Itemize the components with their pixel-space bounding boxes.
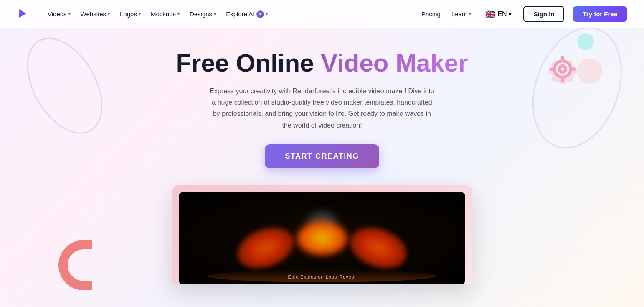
sign-in-button[interactable]: Sign In xyxy=(523,6,564,22)
svg-point-2 xyxy=(559,65,566,73)
nav-item-logos[interactable]: Logos ▾ xyxy=(116,7,145,21)
ai-badge-icon: ✦ xyxy=(256,10,264,18)
flag-icon: 🇬🇧 xyxy=(485,9,496,19)
svg-rect-3 xyxy=(561,56,564,61)
video-preview: Epic Explosion Logo Reveal xyxy=(179,192,465,284)
laptop-frame: Epic Explosion Logo Reveal xyxy=(172,185,472,284)
nav-right-links: Pricing Learn ▾ xyxy=(421,9,474,19)
gear-icon xyxy=(548,54,577,84)
nav-learn[interactable]: Learn ▾ xyxy=(449,9,474,19)
chevron-down-icon: ▾ xyxy=(214,12,216,16)
nav-item-designs[interactable]: Designs ▾ xyxy=(185,7,220,21)
nav-pricing[interactable]: Pricing xyxy=(421,10,441,18)
svg-rect-6 xyxy=(570,68,576,71)
nav-item-videos[interactable]: Videos ▾ xyxy=(43,7,75,21)
navigation: Videos ▾ Websites ▾ Logos ▾ Mockups ▾ De… xyxy=(0,0,644,28)
chevron-down-icon: ▾ xyxy=(139,12,141,16)
hero-title-highlight: Video Maker xyxy=(321,49,468,77)
chevron-down-icon: ▾ xyxy=(508,10,512,18)
explosion-right xyxy=(345,220,412,276)
chevron-down-icon: ▾ xyxy=(469,12,471,16)
explosion-center xyxy=(297,222,347,255)
hero-subtitle: Express your creativity with Renderfores… xyxy=(209,85,435,131)
svg-rect-5 xyxy=(550,68,555,71)
chevron-down-icon: ▾ xyxy=(108,12,110,16)
language-selector[interactable]: 🇬🇧 EN ▾ xyxy=(482,8,515,21)
svg-marker-0 xyxy=(19,9,26,18)
hero-title: Free Online Video Maker xyxy=(176,49,468,77)
nav-right: Pricing Learn ▾ 🇬🇧 EN ▾ Sign In Try for … xyxy=(421,6,627,22)
chevron-down-icon: ▾ xyxy=(266,12,268,16)
logo[interactable] xyxy=(17,8,28,21)
explosion-left xyxy=(232,220,299,276)
chevron-down-icon: ▾ xyxy=(68,12,71,16)
start-creating-button[interactable]: START CREATING xyxy=(265,144,379,168)
laptop-screen: Epic Explosion Logo Reveal xyxy=(179,192,465,284)
try-free-button[interactable]: Try for Free xyxy=(573,6,627,22)
nav-item-mockups[interactable]: Mockups ▾ xyxy=(147,7,184,21)
svg-point-1 xyxy=(555,61,571,77)
nav-item-websites[interactable]: Websites ▾ xyxy=(76,7,114,21)
chevron-down-icon: ▾ xyxy=(177,12,180,16)
video-mockup: Epic Explosion Logo Reveal xyxy=(172,185,472,284)
video-caption: Epic Explosion Logo Reveal xyxy=(288,274,356,279)
hero-section: Free Online Video Maker Express your cre… xyxy=(0,28,644,284)
nav-item-explore-ai[interactable]: Explore AI ✦ ▾ xyxy=(222,7,271,21)
svg-rect-4 xyxy=(561,77,564,82)
nav-links: Videos ▾ Websites ▾ Logos ▾ Mockups ▾ De… xyxy=(43,7,421,21)
lang-label: EN xyxy=(497,10,507,18)
